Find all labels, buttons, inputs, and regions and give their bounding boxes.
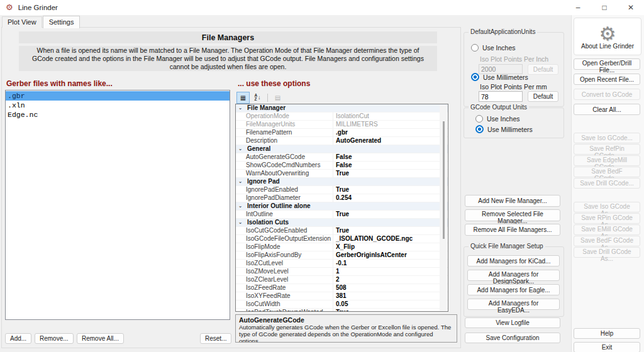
property-value[interactable]: 2 bbox=[333, 276, 448, 283]
grid-scrollbar[interactable] bbox=[440, 105, 447, 311]
action-button[interactable]: Save RefPin GCode... bbox=[574, 144, 640, 155]
manager-button[interactable]: Remove All File Managers... bbox=[465, 224, 560, 236]
gerber-file-list[interactable]: .gbr.xlnEdge.nc bbox=[5, 90, 230, 320]
property-value[interactable]: 1 bbox=[333, 268, 448, 275]
action-button[interactable]: Convert to GCode bbox=[574, 89, 640, 100]
gcode-units-inches-radio[interactable] bbox=[475, 115, 483, 123]
property-value[interactable]: IsolationCut bbox=[333, 113, 448, 120]
list-item[interactable]: .gbr bbox=[6, 91, 230, 101]
mm-default-button[interactable]: Default bbox=[528, 91, 558, 102]
action-button[interactable]: Clear All... bbox=[574, 104, 640, 115]
property-row[interactable]: IsoPadTouchDownsWantedTrue bbox=[236, 309, 448, 312]
tab-settings[interactable]: Settings bbox=[43, 16, 80, 28]
action-button[interactable]: Save RPin GCode As... bbox=[574, 213, 640, 224]
property-value[interactable]: True bbox=[333, 309, 448, 312]
inch-default-button[interactable]: Default bbox=[528, 64, 558, 75]
property-category-row[interactable]: ⌄Isolation Cuts bbox=[236, 219, 448, 227]
property-row[interactable]: IsoCutWidth0.05 bbox=[236, 300, 448, 309]
manager-button[interactable]: Add New File Manager... bbox=[465, 195, 560, 207]
property-row[interactable]: IsoZClearLevel2 bbox=[236, 276, 448, 284]
app-units-mm-radio[interactable] bbox=[471, 73, 479, 81]
property-value[interactable]: -0.1 bbox=[333, 260, 448, 267]
property-category-row[interactable]: ⌄File Manager bbox=[236, 104, 448, 113]
action-button[interactable]: Save Drill GCode... bbox=[574, 178, 640, 189]
property-category-row[interactable]: ⌄General bbox=[236, 145, 448, 153]
property-value[interactable]: False bbox=[333, 153, 448, 161]
remove-all-button[interactable]: Remove All... bbox=[77, 333, 124, 344]
property-row[interactable]: IntOutlineTrue bbox=[236, 211, 448, 219]
property-value[interactable]: 381 bbox=[333, 292, 448, 300]
property-value[interactable]: 0.254 bbox=[333, 194, 448, 202]
property-category-row[interactable]: ⌄Ignore Pad bbox=[236, 178, 448, 186]
property-row[interactable]: IgnorePadEnabledTrue bbox=[236, 186, 448, 194]
action-button[interactable]: Save EMill GCode As... bbox=[574, 224, 640, 235]
property-value[interactable]: 0.05 bbox=[333, 300, 448, 308]
minimize-icon[interactable]: – bbox=[565, 0, 591, 15]
add-button[interactable]: Add... bbox=[5, 333, 31, 344]
tab-plot-view[interactable]: Plot View bbox=[2, 16, 42, 28]
iso-points-per-mm-input[interactable] bbox=[479, 91, 523, 102]
action-button[interactable]: Save BedF GCode As... bbox=[574, 236, 640, 246]
remove-button[interactable]: Remove... bbox=[35, 333, 74, 344]
property-value[interactable]: True bbox=[333, 186, 448, 194]
property-value[interactable]: AutoGenerated bbox=[333, 137, 448, 145]
property-value[interactable]: False bbox=[333, 162, 448, 169]
property-row[interactable]: IsoFlipAxisFoundByGerberOriginIsAtCenter bbox=[236, 251, 448, 260]
property-category-row[interactable]: ⌄Interior Outline alone bbox=[236, 202, 448, 211]
property-row[interactable]: IsoFlipModeX_Flip bbox=[236, 243, 448, 251]
property-value[interactable]: X_Flip bbox=[333, 243, 448, 251]
app-units-inches-radio[interactable] bbox=[471, 44, 479, 52]
property-row[interactable]: IsoZCutLevel-0.1 bbox=[236, 260, 448, 268]
save-configuration-button[interactable]: Save Configuration bbox=[465, 333, 560, 343]
property-value[interactable]: True bbox=[333, 211, 448, 218]
help-button[interactable]: Help bbox=[574, 328, 640, 339]
action-button[interactable]: Save Drill GCode As... bbox=[574, 247, 640, 258]
action-button[interactable]: Open Recent File... bbox=[574, 74, 640, 85]
property-name: WarnAboutOverwriting bbox=[245, 170, 333, 177]
property-value[interactable]: True bbox=[333, 170, 448, 177]
action-button[interactable]: Save Iso GCode... bbox=[574, 133, 640, 143]
property-value[interactable]: GerberOriginIsAtCenter bbox=[333, 251, 448, 259]
property-row[interactable]: AutoGenerateGCodeFalse bbox=[236, 153, 448, 162]
property-value[interactable]: True bbox=[333, 227, 448, 234]
close-icon[interactable]: ✕ bbox=[618, 0, 644, 15]
quick-setup-button[interactable]: Add Managers for KiCad... bbox=[467, 255, 560, 267]
quick-setup-button[interactable]: Add Managers for DesignSpark... bbox=[467, 270, 560, 281]
action-button[interactable]: Save EdgeMill GCode... bbox=[574, 155, 640, 166]
property-row[interactable]: WarnAboutOverwritingTrue bbox=[236, 170, 448, 178]
property-grid[interactable]: ⌄File ManagerOperationModeIsolationCutFi… bbox=[235, 104, 448, 312]
property-row[interactable]: IsoZMoveLevel1 bbox=[236, 268, 448, 276]
property-row[interactable]: FileManagerUnitsMILLIMETERS bbox=[236, 121, 448, 129]
action-button[interactable]: Save BedF GCode... bbox=[574, 167, 640, 177]
grid-scrollbar-thumb[interactable] bbox=[443, 121, 445, 238]
categorized-icon[interactable]: ▦ bbox=[236, 92, 250, 104]
gcode-units-mm-radio[interactable] bbox=[475, 125, 484, 133]
property-value[interactable]: .gbr bbox=[333, 129, 448, 136]
exit-button[interactable]: Exit bbox=[574, 342, 640, 352]
property-row[interactable]: IsoCutGCodeEnabledTrue bbox=[236, 227, 448, 235]
reset-button[interactable]: Reset... bbox=[200, 333, 231, 344]
property-value[interactable]: MILLIMETERS bbox=[333, 121, 448, 128]
list-item[interactable]: Edge.nc bbox=[6, 110, 230, 119]
property-row[interactable]: FilenamePattern.gbr bbox=[236, 129, 448, 137]
maximize-icon[interactable]: □ bbox=[591, 0, 618, 15]
view-logfile-button[interactable]: View Logfile bbox=[465, 317, 560, 328]
action-button[interactable]: Save Iso GCode As... bbox=[574, 202, 640, 212]
property-row[interactable]: IsoGCodeFileOutputExtension_ISOLATION_GC… bbox=[236, 235, 448, 243]
property-row[interactable]: ShowGCodeCmdNumbersFalse bbox=[236, 162, 448, 170]
manager-button[interactable]: Remove Selected File Manager... bbox=[465, 209, 560, 221]
property-value[interactable]: 508 bbox=[333, 284, 448, 292]
quick-setup-button[interactable]: Add Managers for Eagle... bbox=[467, 284, 560, 295]
action-button[interactable]: Open Gerber/Drill File... bbox=[574, 58, 640, 70]
property-row[interactable]: IsoXYFeedRate381 bbox=[236, 292, 448, 300]
alphabetical-sort-icon[interactable]: AZ ↓ bbox=[251, 92, 264, 104]
app-units-inches-label: Use Inches bbox=[482, 44, 516, 52]
property-row[interactable]: IsoZFeedRate508 bbox=[236, 284, 448, 292]
about-line-grinder-button[interactable]: ⚙ About Line Grinder bbox=[574, 18, 641, 55]
list-item[interactable]: .xln bbox=[6, 101, 230, 110]
property-value[interactable]: _ISOLATION_GCODE.ngc bbox=[333, 235, 448, 243]
quick-setup-button[interactable]: Add Managers for EasyEDA... bbox=[467, 299, 560, 310]
property-row[interactable]: DescriptionAutoGenerated bbox=[236, 137, 448, 145]
property-row[interactable]: OperationModeIsolationCut bbox=[236, 113, 448, 121]
property-row[interactable]: IgnorePadDiameter0.254 bbox=[236, 194, 448, 202]
